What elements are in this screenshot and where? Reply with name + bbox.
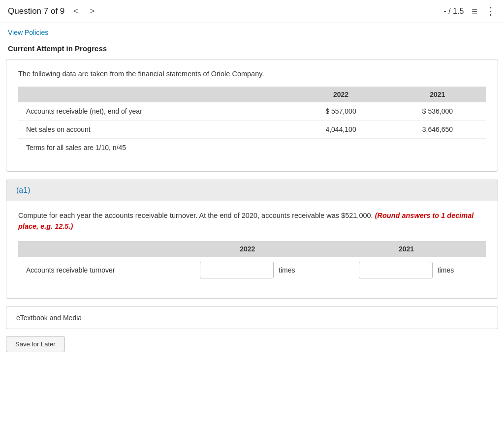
part-a1-instruction: Compute for each year the accounts recei…: [18, 211, 486, 232]
list-icon[interactable]: ≡: [472, 6, 477, 17]
current-attempt-label: Current Attempt in Progress: [8, 44, 107, 53]
etextbook-bar[interactable]: eTextbook and Media: [6, 306, 498, 329]
score-label: - / 1.5: [443, 7, 464, 16]
answer-row-label: Accounts receivable turnover: [18, 257, 168, 283]
input-2021[interactable]: [359, 262, 433, 278]
data-row2-val2021: 3,646,650: [389, 121, 486, 139]
header-left: Question 7 of 9 < >: [8, 5, 443, 18]
prev-button[interactable]: <: [70, 5, 81, 18]
data-row1-label: Accounts receivable (net), end of year: [18, 102, 292, 121]
answer-cell-2022: times: [168, 257, 327, 283]
page-header: Question 7 of 9 < > - / 1.5 ≡ ⋮: [0, 0, 504, 23]
next-button[interactable]: >: [87, 5, 97, 18]
data-table: 2022 2021 Accounts receivable (net), end…: [18, 87, 486, 156]
more-icon[interactable]: ⋮: [485, 5, 496, 18]
part-a1-instruction-text: Compute for each year the accounts recei…: [18, 212, 373, 219]
part-a1-header: (a1): [6, 180, 498, 201]
data-table-col-label: [18, 87, 292, 102]
data-row2-label: Net sales on account: [18, 121, 292, 139]
view-policies-bar: View Policies: [0, 23, 504, 41]
input-2022[interactable]: [200, 262, 274, 278]
question-label: Question 7 of 9: [8, 6, 64, 16]
times-label-2022: times: [279, 266, 295, 274]
etextbook-label: eTextbook and Media: [16, 314, 82, 322]
terms-row: Terms for all sales are 1/10, n/45: [18, 139, 486, 157]
data-row1-val2022: $ 557,000: [292, 102, 389, 121]
answer-col-2022: 2022: [168, 241, 327, 257]
answer-row: Accounts receivable turnover times times: [18, 257, 486, 283]
header-right: - / 1.5 ≡ ⋮: [443, 5, 496, 18]
data-table-col-2022: 2022: [292, 87, 389, 102]
answer-col-label: [18, 241, 168, 257]
current-attempt: Current Attempt in Progress: [0, 41, 504, 60]
data-card-intro: The following data are taken from the fi…: [18, 70, 486, 78]
data-card: The following data are taken from the fi…: [6, 60, 498, 172]
times-label-2021: times: [438, 266, 454, 274]
data-row1-val2021: $ 536,000: [389, 102, 486, 121]
view-policies-link[interactable]: View Policies: [8, 29, 48, 36]
answer-table: 2022 2021 Accounts receivable turnover t…: [18, 241, 486, 283]
answer-cell-2021: times: [327, 257, 486, 283]
table-row: Net sales on account 4,044,100 3,646,650: [18, 121, 486, 139]
table-row: Accounts receivable (net), end of year $…: [18, 102, 486, 121]
answer-col-2021: 2021: [327, 241, 486, 257]
data-row2-val2022: 4,044,100: [292, 121, 389, 139]
table-row: Terms for all sales are 1/10, n/45: [18, 139, 486, 157]
save-for-later-button[interactable]: Save for Later: [6, 336, 65, 352]
part-a1-label: (a1): [16, 186, 30, 194]
part-a1-body: Compute for each year the accounts recei…: [6, 201, 498, 299]
data-table-col-2021: 2021: [389, 87, 486, 102]
